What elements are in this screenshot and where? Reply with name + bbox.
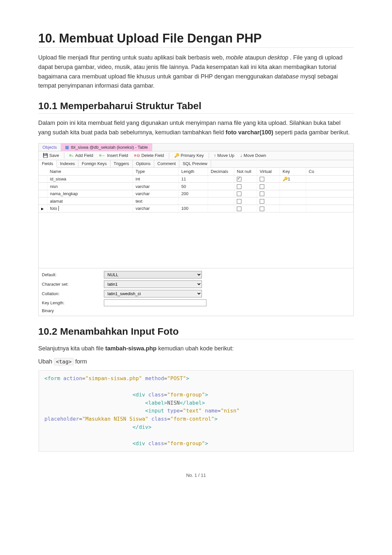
arrow-up-icon: ↑ (214, 153, 216, 158)
cell-decimals (208, 205, 234, 212)
table-row[interactable]: id_siswaint11🔑1 (39, 175, 353, 183)
key-icon: 🔑 (174, 153, 179, 158)
subtab-foreign-keys[interactable]: Foreign Keys (78, 160, 110, 167)
charset-select[interactable]: latin1 (104, 280, 202, 288)
table-row[interactable]: nisnvarchar50 (39, 183, 353, 190)
delete-field-button[interactable]: ≡⊖ Delete Field (132, 153, 166, 158)
sec1-paragraph: Dalam poin ini kita membuat field yang d… (38, 118, 354, 137)
intro-text-1: Upload file menjadi fitur penting untuk … (38, 54, 226, 61)
cell-virtual (257, 205, 280, 212)
col-not-null: Not null (234, 168, 257, 176)
col-length: Length (179, 168, 208, 176)
sec2-text-b: kemudian ubah kode berikut: (158, 345, 234, 352)
table-icon: ▦ (65, 145, 69, 150)
subtab-indexes[interactable]: Indexes (57, 160, 79, 167)
col-decimals: Decimals (208, 168, 234, 176)
col-name: Name (47, 168, 133, 176)
default-label: Default: (42, 272, 104, 277)
subtab-triggers[interactable]: Triggers (110, 160, 133, 167)
cell-length: 100 (179, 205, 208, 212)
page-title: 10. Membuat Upload File Dengan PHP (38, 31, 354, 48)
cell-extra (306, 175, 353, 183)
fields-empty-area (39, 212, 353, 268)
cell-decimals (208, 183, 234, 190)
cell-extra (306, 183, 353, 190)
toolbar-sep-3 (209, 153, 209, 159)
toolbar-sep (64, 153, 64, 159)
table-row[interactable]: alamattext (39, 197, 353, 205)
arrow-down-icon: ↓ (240, 153, 242, 158)
tab-table-label: tbl_siswa @db_sekolah (koneksi) - Table (71, 145, 148, 150)
move-up-button[interactable]: ↑ Move Up (212, 153, 237, 158)
virtual-checkbox[interactable] (260, 192, 264, 196)
save-button[interactable]: 💾 Save (41, 153, 61, 158)
cell-key (280, 205, 306, 212)
tab-table-active[interactable]: ▦ tbl_siswa @db_sekolah (koneksi) - Tabl… (61, 143, 152, 151)
ubah-text: Ubah (38, 358, 54, 365)
notnull-checkbox[interactable] (237, 199, 241, 204)
save-icon: 💾 (43, 153, 48, 158)
cell-name: foto (47, 205, 133, 212)
cell-notnull (234, 175, 257, 183)
cell-key (280, 197, 306, 205)
cell-notnull (234, 197, 257, 205)
cell-decimals (208, 197, 234, 205)
row-marker-icon (41, 206, 44, 211)
notnull-checkbox[interactable] (237, 177, 241, 181)
section-10-2-title: 10.2 Menambahkan Input Foto (38, 326, 354, 339)
add-label: Add Field (75, 153, 93, 158)
subtab-fields[interactable]: Fields (39, 160, 57, 168)
add-icon: ≡₊ (69, 153, 74, 158)
notnull-checkbox[interactable] (237, 192, 241, 196)
tag-code: <tag> (54, 358, 74, 365)
ubah-tag-line: Ubah <tag> form (38, 357, 354, 366)
add-field-button[interactable]: ≡₊ Add Field (67, 153, 96, 158)
table-row[interactable]: nama_lengkapvarchar200 (39, 190, 353, 197)
cell-length: 11 (179, 175, 208, 183)
notnull-checkbox[interactable] (237, 184, 241, 189)
tab-objects[interactable]: Objects (39, 143, 61, 151)
binary-label: Binary (42, 308, 54, 313)
keylength-label: Key Length: (42, 300, 104, 305)
up-label: Move Up (217, 153, 234, 158)
key-icon: 🔑 (283, 177, 288, 181)
subtab-sql-preview[interactable]: SQL Preview (179, 160, 211, 167)
primary-key-button[interactable]: 🔑 Primary Key (172, 153, 206, 158)
intro-paragraph: Upload file menjadi fitur penting untuk … (38, 53, 354, 91)
subtab-comment[interactable]: Comment (154, 160, 179, 167)
keylength-input[interactable] (104, 299, 206, 306)
table-row[interactable]: foto varchar100 (39, 205, 353, 212)
collation-select[interactable]: latin1_swedish_ci (104, 290, 202, 297)
cell-virtual (257, 183, 280, 190)
cell-extra (306, 205, 353, 212)
cell-virtual (257, 197, 280, 205)
virtual-checkbox[interactable] (260, 207, 264, 211)
col-co: Co (306, 168, 353, 176)
subtab-options[interactable]: Options (133, 160, 154, 167)
move-down-button[interactable]: ↓ Move Down (238, 153, 268, 158)
sec1-bold: foto varchar(100) (225, 129, 273, 136)
cell-name: nisn (47, 183, 133, 190)
cell-name: id_siswa (47, 175, 133, 183)
field-properties: Default: NULL Character set: latin1 Coll… (39, 268, 353, 316)
notnull-checkbox[interactable] (237, 207, 241, 211)
pk-label: Primary Key (181, 153, 204, 158)
delete-label: Delete Field (141, 153, 164, 158)
cell-type: varchar (133, 205, 179, 212)
delete-icon: ≡⊖ (134, 153, 140, 158)
default-select[interactable]: NULL (104, 271, 202, 278)
cell-key: 🔑1 (280, 175, 306, 183)
intro-em-mobile: mobile (226, 54, 243, 61)
cell-extra (306, 197, 353, 205)
insert-field-button[interactable]: ≡← Insert Field (97, 153, 130, 158)
virtual-checkbox[interactable] (260, 199, 264, 204)
cell-key (280, 183, 306, 190)
cell-name: nama_lengkap (47, 190, 133, 197)
table-designer: Objects ▦ tbl_siswa @db_sekolah (koneksi… (38, 143, 354, 316)
cell-notnull (234, 190, 257, 197)
intro-em-database: database (274, 73, 299, 80)
section-10-1-title: 10.1 Memperbaharui Struktur Tabel (38, 100, 354, 114)
virtual-checkbox[interactable] (260, 177, 264, 181)
virtual-checkbox[interactable] (260, 184, 264, 189)
binary-checkbox-row[interactable]: Binary (42, 308, 208, 313)
